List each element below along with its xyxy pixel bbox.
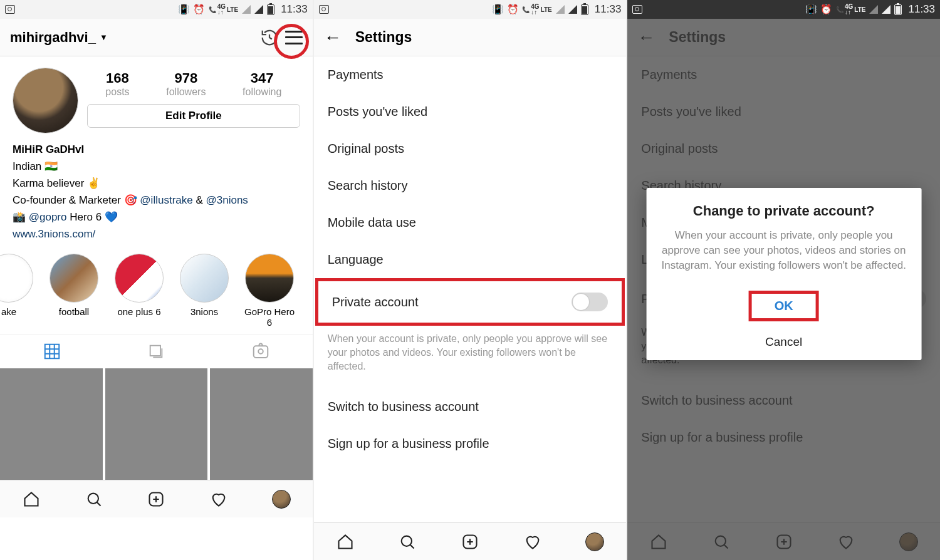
- annotation-rectangle: OK: [749, 291, 819, 321]
- network-lte-icon: 📞4G↓↑LTE: [836, 4, 866, 15]
- clock: 11:33: [908, 3, 935, 16]
- bottom-nav: [314, 522, 627, 560]
- gallery-notif-icon: [319, 5, 329, 14]
- private-account-description: When your account is private, only peopl…: [314, 326, 627, 388]
- stat-posts[interactable]: 168posts: [105, 70, 129, 98]
- tab-tagged[interactable]: [208, 334, 312, 368]
- edit-profile-button[interactable]: Edit Profile: [87, 104, 300, 128]
- nav-activity[interactable]: [187, 480, 250, 517]
- status-bar: 📳 ⏰ 📞4G↓↑LTE 11:33: [627, 0, 940, 19]
- chevron-down-icon: ▼: [100, 33, 108, 42]
- signal-1-icon: [556, 5, 565, 14]
- tab-grid[interactable]: [0, 334, 104, 368]
- status-bar: 📳 ⏰ 📞 4G↓↑ LTE 11:33: [0, 0, 313, 19]
- nav-search[interactable]: [63, 480, 125, 517]
- profile-bio: MiHiR GaDHvI Indian 🇮🇳 Karma believer ✌️…: [0, 138, 313, 251]
- row-original-posts[interactable]: Original posts: [314, 130, 627, 167]
- profile-avatar[interactable]: [13, 68, 78, 133]
- display-name: MiHiR GaDHvI: [13, 141, 300, 158]
- post-thumbnail[interactable]: [105, 368, 208, 480]
- screen-settings: 📳 ⏰ 📞4G↓↑LTE 11:33 ← Settings Payments P…: [314, 0, 628, 560]
- alarm-icon: ⏰: [821, 4, 832, 15]
- row-payments[interactable]: Payments: [314, 56, 627, 93]
- highlight-item[interactable]: one plus 6: [112, 254, 167, 328]
- archive-icon[interactable]: [260, 28, 279, 47]
- nav-search[interactable]: [376, 523, 439, 560]
- vibrate-icon: 📳: [492, 4, 503, 15]
- svg-point-6: [402, 536, 412, 546]
- mention-3nions[interactable]: @3nions: [206, 194, 248, 206]
- gallery-notif-icon: [632, 5, 642, 14]
- svg-rect-1: [150, 346, 160, 356]
- hamburger-menu-icon[interactable]: [285, 31, 303, 44]
- clock: 11:33: [281, 3, 308, 16]
- battery-icon: [581, 4, 588, 15]
- profile-tabs: [0, 334, 313, 368]
- settings-list: Payments Posts you've liked Original pos…: [314, 56, 627, 522]
- nav-activity[interactable]: [501, 523, 564, 560]
- svg-rect-2: [253, 346, 268, 358]
- signal-1-icon: [869, 5, 878, 14]
- alarm-icon: ⏰: [194, 4, 205, 15]
- screen-dialog: 📳 ⏰ 📞4G↓↑LTE 11:33 ← Settings Payments P…: [627, 0, 940, 560]
- clock: 11:33: [595, 3, 622, 16]
- highlight-item[interactable]: 3nions: [177, 254, 232, 328]
- signal-2-icon: [568, 5, 577, 14]
- private-account-dialog: Change to private account? When your acc…: [646, 188, 921, 360]
- nav-profile[interactable]: [564, 523, 627, 560]
- svg-rect-0: [45, 345, 60, 359]
- website-link[interactable]: www.3nions.com/: [13, 228, 95, 240]
- tab-feed[interactable]: [104, 334, 208, 368]
- row-switch-business[interactable]: Switch to business account: [314, 388, 627, 425]
- nav-add[interactable]: [125, 480, 187, 517]
- stat-followers[interactable]: 978followers: [166, 70, 206, 98]
- dialog-cancel-button[interactable]: Cancel: [660, 326, 907, 350]
- vibrate-icon: 📳: [806, 4, 817, 15]
- back-arrow-icon[interactable]: ←: [324, 28, 342, 48]
- signal-2-icon: [882, 5, 890, 14]
- network-lte-icon: 📞4G↓↑LTE: [522, 4, 552, 15]
- screen-profile: 📳 ⏰ 📞 4G↓↑ LTE 11:33 mihirgadhvi_▼ 168po…: [0, 0, 314, 560]
- network-lte-icon: 📞 4G↓↑ LTE: [209, 4, 239, 15]
- highlight-item[interactable]: football: [46, 254, 102, 328]
- highlight-item[interactable]: GoPro Hero 6: [242, 254, 297, 328]
- svg-point-3: [258, 349, 263, 354]
- settings-appbar: ← Settings: [314, 19, 627, 56]
- row-mobile-data[interactable]: Mobile data use: [314, 204, 627, 241]
- row-search-history[interactable]: Search history: [314, 167, 627, 204]
- page-title: Settings: [355, 29, 412, 46]
- dialog-body: When your account is private, only peopl…: [660, 228, 907, 273]
- annotation-rectangle: Private account: [315, 278, 625, 326]
- mention-gopro[interactable]: @gopro: [29, 211, 67, 223]
- profile-appbar: mihirgadhvi_▼: [0, 19, 313, 56]
- signal-2-icon: [254, 5, 263, 14]
- stat-following[interactable]: 347following: [243, 70, 281, 98]
- post-grid: [0, 368, 313, 480]
- vibrate-icon: 📳: [179, 4, 190, 15]
- nav-home[interactable]: [314, 523, 377, 560]
- avatar-icon: [272, 490, 291, 509]
- status-bar: 📳 ⏰ 📞4G↓↑LTE 11:33: [314, 0, 627, 19]
- gallery-notif-icon: [5, 5, 15, 14]
- post-thumbnail[interactable]: [210, 368, 313, 480]
- svg-point-4: [88, 493, 98, 503]
- dialog-title: Change to private account?: [660, 203, 907, 219]
- avatar-icon: [585, 532, 604, 551]
- nav-home[interactable]: [0, 480, 63, 517]
- dialog-ok-button[interactable]: OK: [775, 299, 793, 313]
- mention-illustrake[interactable]: @illustrake: [140, 194, 192, 206]
- nav-add[interactable]: [439, 523, 501, 560]
- private-account-toggle[interactable]: [572, 293, 608, 311]
- nav-profile[interactable]: [250, 480, 313, 517]
- battery-icon: [267, 4, 274, 15]
- row-posts-liked[interactable]: Posts you've liked: [314, 93, 627, 130]
- story-highlights: ake football one plus 6 3nions GoPro Her…: [0, 251, 313, 334]
- row-language[interactable]: Language: [314, 241, 627, 278]
- post-thumbnail[interactable]: [0, 368, 103, 480]
- row-private-account[interactable]: Private account: [318, 281, 622, 323]
- username-dropdown[interactable]: mihirgadhvi_▼: [10, 29, 108, 46]
- battery-icon: [894, 4, 902, 15]
- highlight-item[interactable]: ake: [0, 254, 36, 328]
- bottom-nav: [0, 480, 313, 517]
- row-signup-business[interactable]: Sign up for a business profile: [314, 425, 627, 462]
